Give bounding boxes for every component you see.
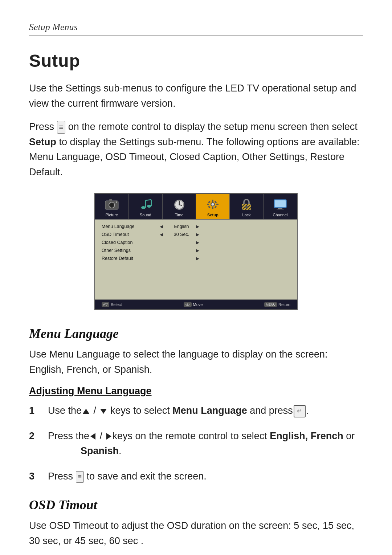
row-label-restore-default: Restore Default: [102, 256, 160, 261]
select-label: Select: [111, 302, 122, 307]
select-icon: A▽: [102, 302, 109, 307]
up-triangle-icon: [83, 409, 90, 414]
step2-bold-english-french: English, French: [270, 430, 343, 441]
channel-label: Channel: [273, 213, 288, 217]
intro-paragraph-1: Use the Settings sub-menus to configure …: [29, 81, 363, 111]
down-triangle-icon: [100, 409, 107, 414]
menu-language-title: Menu Language: [29, 326, 363, 341]
time-icon: [171, 197, 187, 211]
menu-icon-time[interactable]: Time: [163, 194, 196, 219]
menu-icon-setup[interactable]: Setup: [196, 194, 230, 219]
time-label: Time: [175, 213, 184, 217]
svg-point-2: [110, 203, 114, 207]
step-2-content: Press the / keys on the remote control t…: [48, 429, 363, 459]
sound-icon: [138, 197, 154, 211]
return-label: Return: [278, 302, 290, 307]
step-2-number: 2: [29, 429, 45, 444]
menu-row-menu-language: Menu Language ◀ English ▶: [102, 224, 290, 229]
svg-rect-18: [212, 207, 213, 209]
menu-icon-channel[interactable]: Channel: [264, 194, 297, 219]
menu-row-osd-timeout: OSD Timeout ◀ 30 Sec. ▶: [102, 232, 290, 237]
svg-rect-24: [215, 206, 217, 208]
intro-paragraph-2: Press ≡ on the remote control to display…: [29, 119, 363, 180]
left-triangle-icon: [90, 433, 96, 440]
menu-language-body: Use Menu Language to select the language…: [29, 347, 363, 378]
osd-timout-title: OSD Timout: [29, 497, 363, 513]
svg-point-14: [179, 204, 180, 205]
step-2: 2 Press the / keys on the remote control…: [29, 429, 363, 459]
svg-point-5: [141, 206, 146, 209]
picture-label: Picture: [106, 213, 118, 217]
section-title: Sutup: [29, 51, 363, 71]
svg-rect-22: [215, 201, 217, 203]
tv-screen-container: Picture Sound: [29, 193, 363, 310]
step1-bold: Menu Language: [172, 405, 247, 416]
step-1: 1 Use the / keys to select Menu Language…: [29, 403, 363, 419]
channel-icon: [272, 197, 288, 211]
menu-row-other-settings: Other Settings ◀ ▶: [102, 248, 290, 253]
svg-rect-20: [216, 204, 219, 205]
menu-row-closed-caption: Closed Caption ◀ ▶: [102, 240, 290, 245]
row-arrow-left-1: ◀: [160, 232, 167, 237]
svg-rect-33: [277, 209, 284, 209]
menu-content: Menu Language ◀ English ▶ OSD Timeout ◀ …: [95, 220, 297, 299]
adjusting-menu-language-title: Adjusting Menu Language: [29, 385, 363, 397]
setup-icon: [205, 197, 221, 211]
step-1-number: 1: [29, 403, 45, 419]
menu-icon-inline: ≡: [57, 121, 66, 134]
menu-icon-picture[interactable]: Picture: [95, 194, 129, 219]
row-value-1: 30 Sec.: [167, 232, 196, 237]
step-3-number: 3: [29, 469, 45, 484]
footer-move: ◁▷ Move: [184, 302, 203, 307]
row-label-osd-timeout: OSD Timeout: [102, 232, 160, 237]
step-1-content: Use the / keys to select Menu Language a…: [48, 403, 363, 419]
row-value-0: English: [167, 224, 196, 229]
enter-icon: ↵: [294, 405, 306, 417]
row-arrow-left-0: ◀: [160, 224, 167, 229]
svg-rect-3: [109, 199, 112, 201]
menu-row-restore-default: Restore Default ◀ ▶: [102, 256, 290, 261]
svg-line-9: [146, 200, 151, 200]
lock-label: Lock: [242, 213, 251, 217]
sound-label: Sound: [140, 213, 151, 217]
svg-rect-21: [208, 201, 211, 203]
row-arrow-right-3: ▶: [196, 248, 290, 253]
picture-icon: [104, 197, 120, 211]
move-label: Move: [193, 302, 203, 307]
return-icon: MENU: [264, 302, 277, 307]
step-3-content: Press ≡ to save and exit the screen.: [48, 469, 363, 484]
row-arrow-right-1: ▶: [196, 232, 290, 237]
footer-return: MENU Return: [264, 302, 290, 307]
right-triangle-icon: [106, 433, 111, 440]
menu-footer: A▽ Select ◁▷ Move MENU Return: [95, 299, 297, 309]
setup-bold: Setup: [29, 136, 56, 147]
step-3: 3 Press ≡ to save and exit the screen.: [29, 469, 363, 484]
row-arrow-right-2: ▶: [196, 240, 290, 245]
row-arrow-right-4: ▶: [196, 256, 290, 261]
row-label-other-settings: Other Settings: [102, 248, 160, 253]
svg-rect-19: [207, 204, 209, 205]
svg-rect-31: [275, 200, 286, 207]
svg-rect-23: [208, 206, 211, 208]
setup-label: Setup: [207, 213, 219, 217]
svg-rect-29: [245, 206, 248, 208]
row-arrow-right-0: ▶: [196, 224, 290, 229]
svg-point-4: [116, 201, 117, 203]
menu-icon-lock[interactable]: Lock: [230, 194, 264, 219]
menu-icons-row: Picture Sound: [95, 194, 297, 220]
move-icon: ◁▷: [184, 302, 192, 307]
steps-list: 1 Use the / keys to select Menu Language…: [29, 403, 363, 484]
footer-select: A▽ Select: [102, 302, 122, 307]
menu-icon-sound[interactable]: Sound: [129, 194, 163, 219]
step2-bold-spanish: Spanish: [81, 445, 119, 456]
svg-point-6: [147, 205, 151, 208]
header-rule: [29, 36, 363, 36]
lock-icon: [238, 197, 254, 211]
row-label-closed-caption: Closed Caption: [102, 240, 160, 245]
svg-rect-17: [212, 200, 213, 202]
setup-menus-label: Setup Menus: [29, 22, 363, 33]
menu-icon-step3: ≡: [76, 471, 84, 483]
osd-timout-body: Use OSD Timeout to adjust the OSD durati…: [29, 518, 363, 549]
row-label-menu-language: Menu Language: [102, 224, 160, 229]
svg-point-16: [212, 203, 214, 206]
